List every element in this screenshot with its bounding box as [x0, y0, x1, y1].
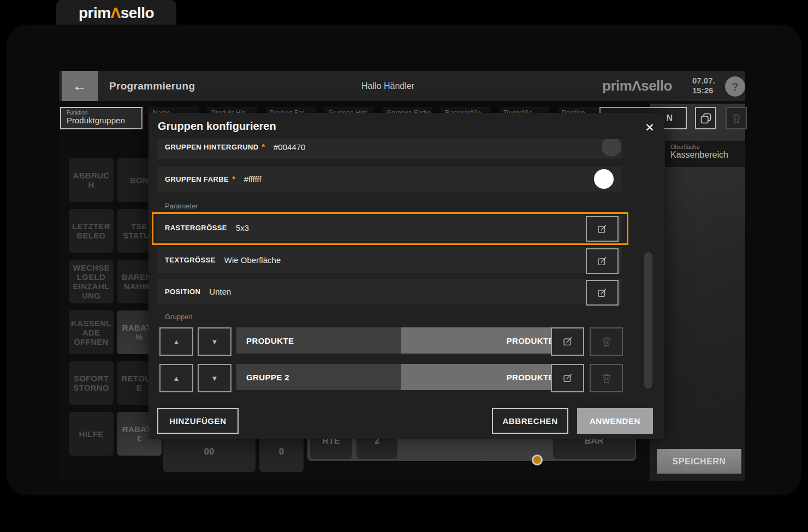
arrow-up-icon: ▲ [173, 374, 180, 382]
trash-icon [601, 372, 613, 384]
param-row-position: POSITION Unten [157, 279, 622, 304]
screen: primΛsello ← Programmierung Hallo Händle… [0, 0, 808, 532]
field-gruppen-farbe: GRUPPEN FARBE * #ffffff [157, 166, 622, 192]
trash-icon [730, 112, 742, 124]
delete-button[interactable] [726, 107, 747, 129]
section-label-gruppen: Gruppen [165, 313, 193, 321]
surface-selector[interactable]: Oberfläche Kassenbereich [665, 141, 745, 167]
help-button[interactable]: ? [725, 76, 745, 97]
param-label: RASTERGRÖSSE [165, 224, 227, 232]
logo-lambda-icon: Λ [111, 4, 121, 21]
edit-icon [562, 372, 574, 384]
sidebar-button-wechselgeld[interactable]: WECHSELGELD EINZAHLUNG [69, 260, 114, 303]
date-text: 07.07. [692, 76, 725, 86]
function-label: Funktion [67, 110, 136, 116]
dialog-title: Gruppen konfigurieren [158, 120, 276, 133]
surface-label: Oberfläche [670, 144, 740, 150]
trash-icon [601, 336, 613, 348]
group-bar[interactable]: PRODUKTE PRODUKTE [236, 327, 563, 354]
app-logo-tab: primΛsello [56, 0, 176, 26]
sidebar-button-kassenlade[interactable]: KASSENLADE ÖFFNEN [69, 310, 114, 354]
save-button[interactable]: SPEICHERN [657, 449, 741, 474]
field-value: #ffffff [244, 175, 262, 184]
group-row-1: ▲ ▼ PRODUKTE PRODUKTE [148, 327, 664, 354]
cancel-button[interactable]: ABBRECHEN [492, 408, 568, 434]
param-value: Unten [209, 287, 231, 296]
back-button[interactable]: ← [62, 71, 98, 101]
field-label: GRUPPEN HINTERGRUND [165, 143, 259, 151]
param-label: TEXTGRÖSSE [165, 256, 216, 264]
time-text: 15:26 [692, 86, 725, 95]
back-arrow-icon: ← [73, 77, 87, 94]
copy-icon [699, 112, 712, 125]
color-swatch-farbe[interactable] [594, 169, 614, 189]
move-down-button[interactable]: ▼ [198, 364, 231, 392]
field-gruppen-hintergrund: GRUPPEN HINTERGRUND * #004470 [157, 139, 622, 159]
sidebar-button-abbruch[interactable]: ABBRUCH [69, 158, 114, 202]
edit-icon [562, 336, 574, 348]
primasello-logo: primΛsello [79, 4, 154, 22]
question-mark-icon: ? [732, 80, 739, 93]
group-name: GRUPPE 2 [236, 364, 401, 390]
group-name: PRODUKTE [236, 327, 401, 354]
param-label: POSITION [165, 288, 200, 296]
greeting-text: Hallo Händler [316, 71, 460, 101]
edit-icon [596, 287, 608, 299]
sidebar-button-letzter-beleg[interactable]: LETZTER BELEG [69, 209, 114, 253]
edit-icon [596, 223, 608, 235]
close-button[interactable]: ✕ [643, 121, 657, 135]
field-label: GRUPPEN FARBE [165, 175, 229, 183]
function-value: Produktgruppen [67, 116, 136, 125]
param-value: 5x3 [236, 223, 249, 232]
color-swatch-hintergrund[interactable] [602, 139, 621, 157]
edit-group-button[interactable] [551, 327, 584, 356]
dialog-scrollbar[interactable] [644, 252, 652, 388]
copy-button[interactable] [695, 107, 716, 129]
page-title: Programmierung [109, 71, 195, 101]
required-asterisk: * [262, 142, 265, 151]
function-selector-button[interactable]: Funktion Produktgruppen [60, 107, 142, 129]
datetime: 07.07. 15:26 [692, 76, 725, 95]
slider-handle[interactable] [532, 455, 543, 465]
arrow-down-icon: ▼ [211, 374, 218, 382]
section-label-parameter: Parameter [165, 202, 198, 210]
delete-group-button[interactable] [590, 364, 623, 392]
param-row-textgroesse: TEXTGRÖSSE Wie Oberfläche [157, 247, 622, 273]
arrow-up-icon: ▲ [173, 338, 180, 346]
delete-group-button[interactable] [590, 327, 623, 356]
field-value: #004470 [274, 142, 305, 152]
move-down-button[interactable]: ▼ [198, 327, 231, 356]
sidebar-button-hilfe[interactable]: HILFE [69, 412, 114, 456]
group-type-badge: PRODUKTE [401, 364, 563, 390]
apply-button[interactable]: ANWENDEN [577, 408, 653, 434]
add-button[interactable]: HINZUFÜGEN [157, 408, 239, 434]
edit-position-button[interactable] [586, 280, 619, 306]
edit-rastergroesse-button[interactable] [586, 216, 619, 242]
close-icon: ✕ [645, 121, 655, 134]
arrow-down-icon: ▼ [211, 338, 218, 346]
gruppen-konfigurieren-dialog: Gruppen konfigurieren ✕ GRUPPEN HINTERGR… [148, 113, 664, 439]
sidebar-button-sofort-storno[interactable]: SOFORT STORNO [69, 361, 114, 405]
surface-value: Kassenbereich [670, 150, 740, 160]
required-asterisk: * [232, 175, 235, 183]
move-up-button[interactable]: ▲ [159, 364, 193, 392]
header-logo: primΛsello [602, 71, 672, 101]
group-bar[interactable]: GRUPPE 2 PRODUKTE [236, 364, 563, 390]
edit-group-button[interactable] [551, 364, 584, 392]
group-type-badge: PRODUKTE [401, 327, 563, 354]
param-value: Wie Oberfläche [224, 255, 281, 265]
header-logo-lambda-icon: Λ [632, 77, 641, 94]
move-up-button[interactable]: ▲ [159, 327, 193, 356]
group-row-2: ▲ ▼ GRUPPE 2 PRODUKTE [148, 364, 664, 390]
param-row-rastergroesse: RASTERGRÖSSE 5x3 [157, 215, 622, 241]
edit-icon [596, 255, 608, 267]
edit-textgroesse-button[interactable] [586, 248, 619, 274]
header-bar: ← Programmierung Hallo Händler primΛsell… [59, 71, 745, 101]
